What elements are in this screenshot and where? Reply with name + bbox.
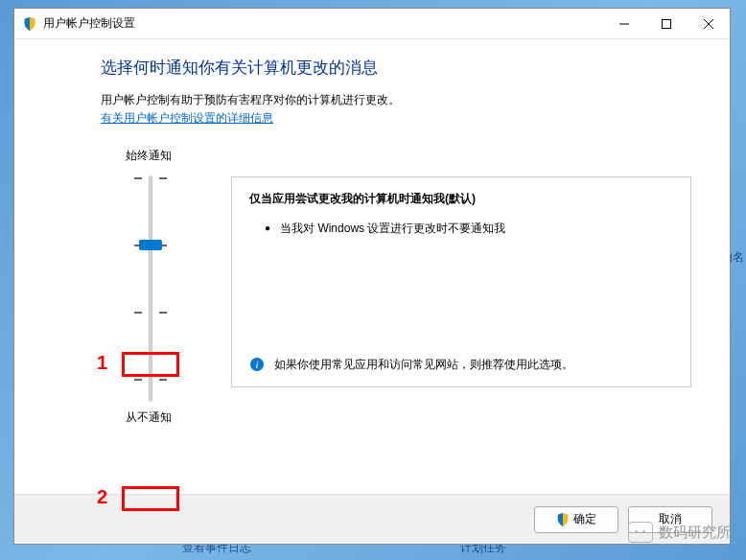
svg-text:i: i bbox=[255, 359, 258, 370]
info-panel: 仅当应用尝试更改我的计算机时通知我(默认) ● 当我对 Windows 设置进行… bbox=[231, 176, 691, 387]
titlebar: 用户帐户控制设置 bbox=[14, 9, 730, 39]
wechat-icon bbox=[628, 522, 653, 543]
learn-more-link[interactable]: 有关用户帐户控制设置的详细信息 bbox=[101, 110, 691, 127]
bullet-text: 当我对 Windows 设置进行更改时不要通知我 bbox=[280, 221, 505, 237]
minimize-button[interactable] bbox=[603, 10, 645, 38]
slider-area: 始终通知 从不通知 1 2 仅当应用尝试更改我的计算机时通知我(默认) bbox=[101, 148, 691, 426]
slider-thumb[interactable] bbox=[139, 240, 162, 250]
window-controls bbox=[603, 10, 730, 38]
watermark: 数码研究所 bbox=[628, 522, 731, 543]
info-footer: i 如果你使用常见应用和访问常见网站，则推荐使用此选项。 bbox=[249, 357, 673, 373]
page-heading: 选择何时通知你有关计算机更改的消息 bbox=[101, 57, 691, 79]
ok-button[interactable]: 确定 bbox=[534, 506, 618, 533]
ok-button-label: 确定 bbox=[573, 511, 596, 527]
info-bullet-item: ● 当我对 Windows 设置进行更改时不要通知我 bbox=[249, 221, 673, 237]
uac-window: 用户帐户控制设置 选择何时通知你有关计算机更改的消息 用户帐户控制有助于预防有害… bbox=[13, 8, 731, 545]
maximize-button[interactable] bbox=[645, 10, 688, 38]
bottom-bar: 确定 取消 bbox=[14, 494, 730, 544]
description-text: 用户帐户控制有助于预防有害程序对你的计算机进行更改。 bbox=[101, 92, 691, 108]
close-button[interactable] bbox=[688, 10, 730, 38]
info-icon: i bbox=[249, 357, 265, 372]
info-panel-title: 仅当应用尝试更改我的计算机时通知我(默认) bbox=[249, 191, 673, 207]
watermark-text: 数码研究所 bbox=[659, 524, 731, 542]
slider-column: 始终通知 从不通知 1 2 bbox=[101, 148, 197, 426]
info-footer-text: 如果你使用常见应用和访问常见网站，则推荐使用此选项。 bbox=[274, 357, 573, 373]
content-area: 选择何时通知你有关计算机更改的消息 用户帐户控制有助于预防有害程序对你的计算机进… bbox=[14, 39, 730, 494]
shield-icon bbox=[556, 513, 570, 526]
window-title: 用户帐户控制设置 bbox=[43, 15, 603, 32]
slider-label-top: 始终通知 bbox=[101, 148, 197, 164]
svg-rect-1 bbox=[663, 19, 671, 28]
bullet-icon: ● bbox=[265, 221, 270, 237]
slider-track[interactable] bbox=[101, 175, 197, 402]
shield-icon bbox=[22, 16, 37, 32]
slider-label-bottom: 从不通知 bbox=[101, 409, 197, 426]
